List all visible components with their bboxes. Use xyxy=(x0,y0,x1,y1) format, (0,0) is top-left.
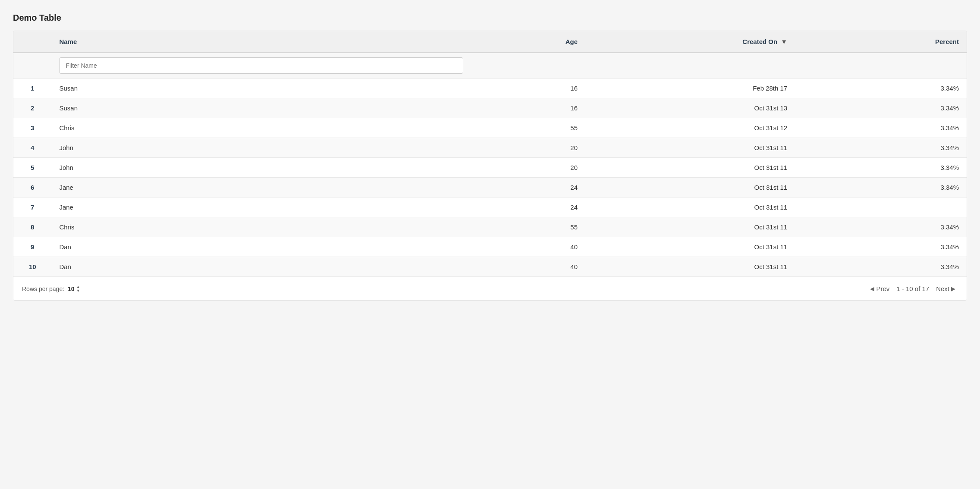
prev-chevron-icon: ◀ xyxy=(870,285,874,292)
cell-name: Susan xyxy=(51,98,471,118)
cell-name: John xyxy=(51,138,471,158)
filter-name-input[interactable] xyxy=(59,57,463,74)
cell-percent: 3.34% xyxy=(795,98,967,118)
cell-percent: 3.34% xyxy=(795,257,967,277)
filter-age-cell xyxy=(471,53,585,78)
table-row: 9Dan40Oct 31st 113.34% xyxy=(13,237,967,257)
table-row: 7Jane24Oct 31st 11 xyxy=(13,197,967,217)
cell-num: 7 xyxy=(13,197,51,217)
pagination-controls: ◀ Prev 1 - 10 of 17 Next ▶ xyxy=(867,283,958,294)
table-row: 6Jane24Oct 31st 113.34% xyxy=(13,178,967,197)
filter-percent-cell xyxy=(795,53,967,78)
rows-per-page-label: Rows per page: xyxy=(22,285,64,292)
rows-per-page-select[interactable]: 10 ▲▼ xyxy=(68,285,80,293)
table-row: 1Susan16Feb 28th 173.34% xyxy=(13,78,967,98)
cell-percent: 3.34% xyxy=(795,178,967,197)
cell-num: 4 xyxy=(13,138,51,158)
cell-percent: 3.34% xyxy=(795,158,967,178)
cell-age: 20 xyxy=(471,158,585,178)
cell-name: Dan xyxy=(51,257,471,277)
cell-num: 1 xyxy=(13,78,51,98)
pagination-range: 1 - 10 of 17 xyxy=(896,285,929,292)
sort-desc-icon: ▼ xyxy=(781,38,787,45)
cell-age: 16 xyxy=(471,78,585,98)
cell-percent xyxy=(795,197,967,217)
table-row: 3Chris55Oct 31st 123.34% xyxy=(13,118,967,138)
cell-name: Chris xyxy=(51,118,471,138)
cell-name: Jane xyxy=(51,178,471,197)
filter-created-cell xyxy=(585,53,795,78)
col-header-age: Age xyxy=(471,31,585,53)
rows-per-page-value: 10 xyxy=(68,285,75,292)
table-row: 4John20Oct 31st 113.34% xyxy=(13,138,967,158)
cell-num: 9 xyxy=(13,237,51,257)
table-row: 10Dan40Oct 31st 113.34% xyxy=(13,257,967,277)
next-chevron-icon: ▶ xyxy=(951,285,955,292)
cell-num: 2 xyxy=(13,98,51,118)
cell-created-on: Oct 31st 11 xyxy=(585,178,795,197)
table-row: 2Susan16Oct 31st 133.34% xyxy=(13,98,967,118)
cell-age: 40 xyxy=(471,257,585,277)
cell-created-on: Oct 31st 11 xyxy=(585,237,795,257)
cell-num: 10 xyxy=(13,257,51,277)
table-body: 1Susan16Feb 28th 173.34%2Susan16Oct 31st… xyxy=(13,78,967,277)
cell-created-on: Oct 31st 12 xyxy=(585,118,795,138)
cell-age: 24 xyxy=(471,178,585,197)
cell-created-on: Oct 31st 11 xyxy=(585,138,795,158)
col-header-created-on[interactable]: Created On ▼ xyxy=(585,31,795,53)
filter-row xyxy=(13,53,967,78)
filter-num-cell xyxy=(13,53,51,78)
cell-percent: 3.34% xyxy=(795,217,967,237)
cell-age: 20 xyxy=(471,138,585,158)
next-label: Next xyxy=(936,285,949,292)
cell-created-on: Oct 31st 11 xyxy=(585,217,795,237)
cell-created-on: Oct 31st 11 xyxy=(585,257,795,277)
cell-percent: 3.34% xyxy=(795,138,967,158)
cell-created-on: Oct 31st 13 xyxy=(585,98,795,118)
next-button[interactable]: Next ▶ xyxy=(933,283,958,294)
cell-percent: 3.34% xyxy=(795,237,967,257)
cell-num: 3 xyxy=(13,118,51,138)
cell-created-on: Oct 31st 11 xyxy=(585,197,795,217)
cell-age: 55 xyxy=(471,217,585,237)
col-header-num xyxy=(13,31,51,53)
cell-age: 24 xyxy=(471,197,585,217)
cell-age: 55 xyxy=(471,118,585,138)
table-header-row: Name Age Created On ▼ Percent xyxy=(13,31,967,53)
table-row: 5John20Oct 31st 113.34% xyxy=(13,158,967,178)
cell-name: Jane xyxy=(51,197,471,217)
cell-percent: 3.34% xyxy=(795,78,967,98)
cell-name: Dan xyxy=(51,237,471,257)
cell-created-on: Oct 31st 11 xyxy=(585,158,795,178)
prev-label: Prev xyxy=(876,285,889,292)
data-table: Name Age Created On ▼ Percent 1Susan16Fe… xyxy=(13,31,967,277)
cell-num: 6 xyxy=(13,178,51,197)
cell-num: 8 xyxy=(13,217,51,237)
filter-name-cell xyxy=(51,53,471,78)
cell-age: 40 xyxy=(471,237,585,257)
col-header-name: Name xyxy=(51,31,471,53)
cell-num: 5 xyxy=(13,158,51,178)
cell-created-on: Feb 28th 17 xyxy=(585,78,795,98)
rows-stepper-icon[interactable]: ▲▼ xyxy=(76,285,80,293)
table-container: Name Age Created On ▼ Percent 1Susan16Fe… xyxy=(13,31,967,301)
cell-name: Susan xyxy=(51,78,471,98)
cell-age: 16 xyxy=(471,98,585,118)
cell-name: Chris xyxy=(51,217,471,237)
cell-name: John xyxy=(51,158,471,178)
col-header-percent: Percent xyxy=(795,31,967,53)
prev-button[interactable]: ◀ Prev xyxy=(867,283,892,294)
rows-per-page-section: Rows per page: 10 ▲▼ xyxy=(22,285,80,293)
cell-percent: 3.34% xyxy=(795,118,967,138)
table-row: 8Chris55Oct 31st 113.34% xyxy=(13,217,967,237)
page-title: Demo Table xyxy=(13,13,967,23)
pagination-bar: Rows per page: 10 ▲▼ ◀ Prev 1 - 10 of 17… xyxy=(13,277,967,300)
